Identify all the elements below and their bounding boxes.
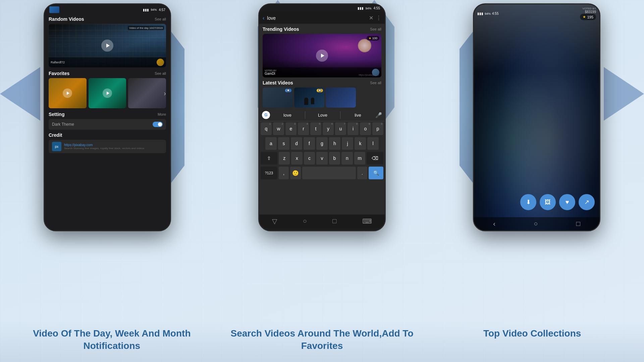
p1-credit-header: Credit bbox=[49, 132, 166, 138]
key-i[interactable]: 8i bbox=[347, 122, 359, 135]
p3-favorite-btn[interactable]: ♥ bbox=[559, 194, 575, 210]
key-backspace[interactable]: ⌫ bbox=[367, 152, 383, 165]
captions-area: Video Of The Day, Week And Month Notific… bbox=[0, 321, 644, 362]
p2-nav-back[interactable]: ▽ bbox=[272, 217, 277, 225]
fav-thumb-dark bbox=[128, 78, 166, 108]
p1-setting-more[interactable]: More bbox=[158, 112, 166, 116]
p3-score-num: 195 bbox=[587, 15, 593, 19]
p2-suggest-2[interactable]: Love bbox=[305, 111, 340, 119]
silhouette-2 bbox=[311, 98, 314, 104]
p1-random-see-all[interactable]: See all bbox=[155, 17, 166, 21]
phone1-screen: ▮▮▮ 94% 4:57 Random Videos See all bbox=[45, 4, 170, 230]
key-o[interactable]: 9o bbox=[360, 122, 371, 135]
p2-latest-1[interactable]: 🔲 bbox=[263, 87, 293, 108]
p2-suggest-1[interactable]: love bbox=[270, 111, 305, 119]
p1-dark-toggle[interactable] bbox=[153, 122, 163, 127]
p3-nav-home[interactable]: ○ bbox=[534, 220, 538, 228]
p2-latest-2[interactable]: 🔲 bbox=[294, 87, 324, 108]
p2-author-info: VOTED BY GamDl bbox=[265, 69, 276, 75]
p2-suggest-3[interactable]: live bbox=[340, 111, 375, 119]
p1-author-avatar bbox=[157, 59, 164, 66]
key-q[interactable]: 1q bbox=[261, 122, 272, 135]
p1-dark-theme-item[interactable]: Dark Theme bbox=[49, 119, 166, 130]
p2-nav-home[interactable]: ○ bbox=[303, 217, 307, 225]
p1-setting-title: Setting bbox=[49, 112, 64, 117]
key-r[interactable]: 4r bbox=[298, 122, 309, 135]
p3-download-btn[interactable]: ⬇ bbox=[520, 194, 536, 210]
key-space[interactable] bbox=[302, 167, 356, 179]
key-l[interactable]: l bbox=[367, 137, 379, 150]
p1-credit-url[interactable]: https://pixabay.com bbox=[64, 143, 144, 147]
key-j[interactable]: j bbox=[342, 137, 353, 150]
p2-nav-recent[interactable]: □ bbox=[332, 217, 336, 225]
p1-author-name: Rafterdf72 bbox=[51, 61, 65, 64]
key-emoji[interactable]: 🙂 bbox=[290, 167, 301, 179]
key-k[interactable]: k bbox=[355, 137, 366, 150]
p1-status-icons: ▮▮▮ 94% 4:57 bbox=[143, 8, 165, 12]
key-v[interactable]: v bbox=[316, 152, 327, 165]
p2-trending-video[interactable]: https://pixabay.com ★ 100 bbox=[263, 34, 381, 77]
key-s[interactable]: s bbox=[278, 137, 289, 150]
p2-trending-see-all[interactable]: See all bbox=[370, 27, 381, 31]
key-a[interactable]: a bbox=[265, 137, 277, 150]
key-f[interactable]: f bbox=[304, 137, 315, 150]
key-t[interactable]: 5t bbox=[310, 122, 321, 135]
play-icon-small2 bbox=[107, 92, 109, 95]
star-icon: ★ bbox=[369, 37, 371, 40]
phones-area: ▮▮▮ 94% 4:57 Random Videos See all bbox=[0, 0, 644, 321]
p2-back-btn[interactable]: ‹ bbox=[263, 15, 264, 21]
key-w[interactable]: 2w bbox=[273, 122, 284, 135]
p1-play-btn[interactable] bbox=[101, 40, 113, 52]
p2-latest-see-all[interactable]: See all bbox=[370, 81, 381, 85]
p2-trending-header: Trending Videos See all bbox=[263, 26, 381, 32]
key-comma[interactable]: , bbox=[279, 167, 289, 179]
p3-nav-recent[interactable]: □ bbox=[576, 220, 580, 228]
p2-content: ‹ love ✕ ⋮ Trending Videos See all bbox=[259, 12, 385, 228]
p3-share-btn[interactable]: ↗ bbox=[579, 194, 595, 210]
p3-voted-by: VOTED BY bbox=[580, 7, 596, 10]
p3-time: 4:55 bbox=[492, 12, 498, 15]
p1-fav-2[interactable] bbox=[89, 78, 126, 108]
key-z[interactable]: z bbox=[279, 152, 290, 165]
phone2-frame: ▮▮▮ 94% 4:55 ‹ love ✕ ⋮ bbox=[258, 3, 386, 231]
key-e[interactable]: 3e bbox=[285, 122, 297, 135]
key-b[interactable]: b bbox=[329, 152, 340, 165]
latest-thumb-3 bbox=[326, 87, 356, 108]
key-d[interactable]: d bbox=[291, 137, 302, 150]
p3-nav-back[interactable]: ‹ bbox=[493, 220, 495, 228]
p1-fav-see-all[interactable]: See all bbox=[155, 71, 166, 75]
p2-nav-keyboard[interactable]: ⌨ bbox=[362, 217, 372, 225]
phone1-wrapper: ▮▮▮ 94% 4:57 Random Videos See all bbox=[44, 3, 171, 231]
p1-random-title: Random Videos bbox=[49, 16, 84, 22]
p1-fav-3[interactable]: › bbox=[128, 78, 166, 108]
p2-latest-3[interactable] bbox=[326, 87, 356, 108]
p1-status-bar: ▮▮▮ 94% 4:57 bbox=[45, 4, 170, 15]
phone2-section: ▮▮▮ 94% 4:55 ‹ love ✕ ⋮ bbox=[258, 3, 386, 231]
key-search[interactable]: 🔍 bbox=[369, 167, 383, 179]
p1-fav2-play[interactable] bbox=[103, 88, 112, 98]
key-p[interactable]: 0p bbox=[372, 122, 383, 135]
key-u[interactable]: 7u bbox=[335, 122, 346, 135]
p2-more-btn[interactable]: ⋮ bbox=[376, 15, 381, 21]
p2-play-btn[interactable] bbox=[316, 50, 328, 62]
p1-fav-grid: › bbox=[49, 78, 166, 108]
p3-battery: 94% bbox=[485, 12, 491, 15]
p1-main-video[interactable]: Video of the day 10/27/2019 Rafterdf72 bbox=[49, 24, 166, 67]
key-x[interactable]: x bbox=[291, 152, 302, 165]
key-shift[interactable]: ⇧ bbox=[261, 152, 277, 165]
key-m[interactable]: m bbox=[354, 152, 365, 165]
key-y[interactable]: 6y bbox=[323, 122, 334, 135]
p1-fav-1[interactable] bbox=[49, 78, 87, 108]
key-h[interactable]: h bbox=[329, 137, 340, 150]
mic-icon[interactable]: 🎤 bbox=[375, 112, 382, 118]
p3-wallpaper-btn[interactable]: 🖼 bbox=[540, 194, 556, 210]
key-c[interactable]: c bbox=[304, 152, 315, 165]
p2-clear-btn[interactable]: ✕ bbox=[369, 15, 373, 21]
p1-fav1-play[interactable] bbox=[63, 88, 72, 98]
p2-search-text[interactable]: love bbox=[267, 15, 366, 21]
key-n[interactable]: n bbox=[341, 152, 353, 165]
key-period[interactable]: . bbox=[357, 167, 367, 179]
fav-arrow[interactable]: › bbox=[164, 89, 166, 97]
key-g[interactable]: g bbox=[316, 137, 328, 150]
key-num-switch[interactable]: ?123 bbox=[261, 167, 277, 179]
